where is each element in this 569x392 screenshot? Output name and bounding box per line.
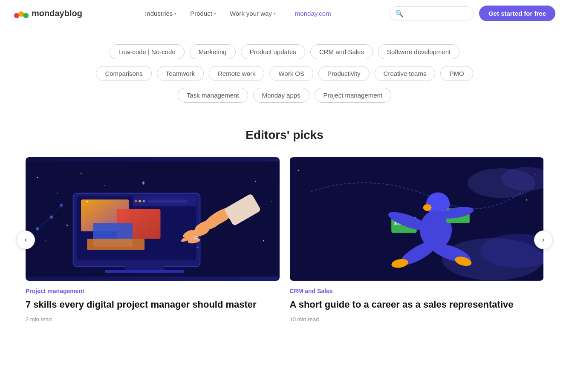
tags-row-2: Comparisons Teamwork Remote work Work OS… <box>96 66 473 81</box>
svg-point-9 <box>271 201 272 202</box>
editors-section: Editors' picks ‹ <box>0 111 569 323</box>
card-2-category: CRM and Sales <box>290 288 544 294</box>
tag-marketing[interactable]: Marketing <box>190 44 236 59</box>
tag-product-updates[interactable]: Product updates <box>241 44 305 59</box>
svg-point-7 <box>104 185 105 186</box>
tags-row-1: Low-code | No-code Marketing Product upd… <box>110 44 459 59</box>
svg-point-4 <box>37 177 38 178</box>
article-card-2[interactable]: Spent Done <box>290 157 544 323</box>
cards-row: ✦ ✦ ✦ Project management 7 skills every … <box>26 157 543 323</box>
svg-point-56 <box>423 204 431 211</box>
chevron-down-icon: ▾ <box>214 11 216 16</box>
svg-point-8 <box>255 181 256 182</box>
svg-point-48 <box>297 170 299 171</box>
svg-point-20 <box>83 201 85 203</box>
tag-crm-sales[interactable]: CRM and Sales <box>310 44 373 59</box>
tag-low-code[interactable]: Low-code | No-code <box>110 44 185 59</box>
svg-point-2 <box>23 13 29 18</box>
nav-work-your-way[interactable]: Work your way ▾ <box>225 7 281 20</box>
card-2-read-time: 10 min read <box>290 316 544 323</box>
tag-project-management[interactable]: Project management <box>315 88 391 103</box>
tag-task-management[interactable]: Task management <box>178 88 248 103</box>
search-box[interactable]: 🔍 <box>389 6 474 20</box>
card-1-read-time: 2 min read <box>26 316 280 323</box>
svg-text:✦: ✦ <box>141 180 146 187</box>
svg-rect-19 <box>87 239 144 250</box>
tag-productivity[interactable]: Productivity <box>318 66 370 81</box>
search-icon: 🔍 <box>395 9 404 17</box>
nav-divider <box>288 9 288 19</box>
tags-row-3: Task management Monday apps Project mana… <box>178 88 391 103</box>
tag-pmo[interactable]: PMO <box>440 66 473 81</box>
svg-point-1 <box>19 11 24 17</box>
chevron-down-icon: ▾ <box>174 11 176 16</box>
logo[interactable]: mondayblog <box>14 8 82 20</box>
monday-com-link[interactable]: monday.com <box>295 10 331 17</box>
article-card-1[interactable]: ✦ ✦ ✦ Project management 7 skills every … <box>26 157 280 323</box>
svg-point-0 <box>14 13 20 18</box>
svg-point-5 <box>57 193 58 194</box>
svg-point-6 <box>81 173 82 174</box>
logo-icon <box>14 8 29 20</box>
svg-text:✦: ✦ <box>196 245 199 250</box>
svg-text:✦: ✦ <box>65 223 69 228</box>
card-2-image: Spent Done <box>290 157 544 281</box>
svg-point-21 <box>86 201 88 203</box>
logo-text: mondayblog <box>32 9 82 18</box>
tag-software-development[interactable]: Software development <box>378 44 459 59</box>
svg-point-10 <box>45 240 46 241</box>
card-1-image: ✦ ✦ ✦ <box>26 157 280 281</box>
card-1-illustration: ✦ ✦ ✦ <box>26 157 280 281</box>
tag-work-os[interactable]: Work OS <box>269 66 313 81</box>
card-1-title: 7 skills every digital project manager s… <box>26 299 280 311</box>
tag-monday-apps[interactable]: Monday apps <box>253 88 309 103</box>
search-input[interactable] <box>407 10 468 17</box>
navbar: mondayblog Industries ▾ Product ▾ Work y… <box>0 0 569 27</box>
tag-teamwork[interactable]: Teamwork <box>157 66 204 81</box>
editors-picks-title: Editors' picks <box>26 128 543 142</box>
tag-comparisons[interactable]: Comparisons <box>96 66 151 81</box>
nav-right: 🔍 Get started for free <box>389 6 555 21</box>
carousel-prev-button[interactable]: ‹ <box>16 231 35 249</box>
tag-creative-teams[interactable]: Creative teams <box>375 66 436 81</box>
carousel-next-button[interactable]: › <box>534 231 553 249</box>
carousel-wrapper: ‹ <box>26 157 543 323</box>
chevron-down-icon: ▾ <box>274 11 276 16</box>
svg-point-24 <box>135 200 137 202</box>
svg-point-25 <box>139 200 141 202</box>
nav-links: Industries ▾ Product ▾ Work your way ▾ m… <box>140 7 331 20</box>
svg-point-22 <box>89 201 91 203</box>
card-2-title: A short guide to a career as a sales rep… <box>290 299 544 311</box>
svg-point-26 <box>142 200 145 202</box>
svg-point-11 <box>263 240 264 242</box>
nav-product[interactable]: Product ▾ <box>185 7 221 20</box>
card-1-category: Project management <box>26 288 280 294</box>
svg-rect-27 <box>148 199 188 202</box>
nav-industries[interactable]: Industries ▾ <box>140 7 182 20</box>
svg-rect-38 <box>105 270 184 273</box>
tag-remote-work[interactable]: Remote work <box>209 66 264 81</box>
tags-section: Low-code | No-code Marketing Product upd… <box>0 27 569 111</box>
svg-point-50 <box>526 199 527 201</box>
card-2-illustration: Spent Done <box>290 157 544 281</box>
cta-button[interactable]: Get started for free <box>479 6 555 21</box>
